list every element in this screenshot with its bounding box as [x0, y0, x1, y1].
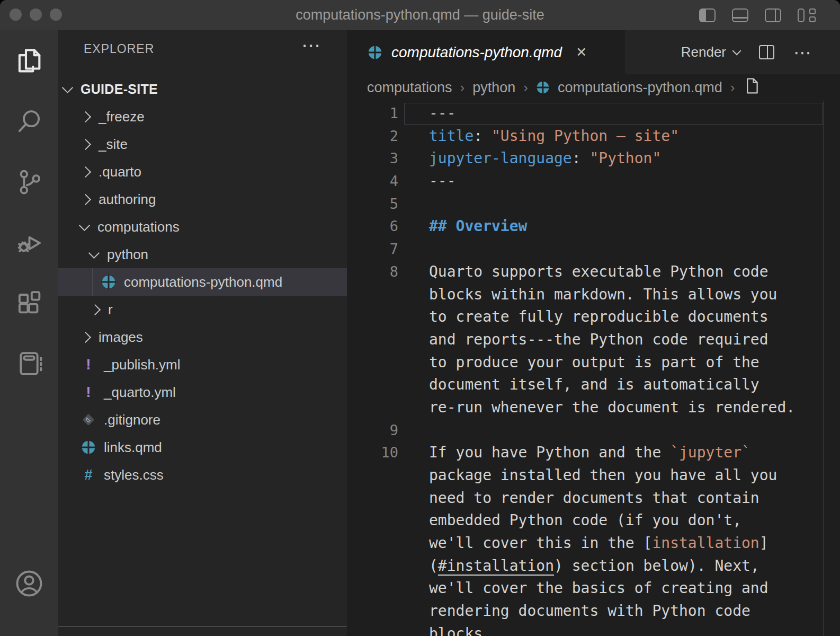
line-number [347, 532, 400, 555]
line-number: 3 [347, 147, 400, 170]
code-line-wrap[interactable]: we'll cover the basics of creating and [347, 577, 840, 600]
code-line-wrap[interactable]: re-run whenever the document is rendered… [347, 396, 840, 419]
code-token: to create fully reproducible documents [429, 308, 768, 325]
split-editor-icon[interactable] [759, 45, 774, 59]
breadcrumb-folder[interactable]: computations [367, 80, 452, 96]
code-line-10[interactable]: 10If you have Python and the `jupyter` [347, 441, 840, 464]
chevron-down-icon [732, 46, 741, 55]
tree-item-label: computations-python.qmd [124, 274, 282, 290]
code-line-content: we'll cover the basics of creating and [400, 577, 768, 600]
code-line-content: embedded Python code (if you don't, [400, 509, 741, 532]
run-and-debug-icon[interactable] [13, 226, 45, 258]
tree-item-links-qmd[interactable]: links.qmd [58, 434, 347, 461]
line-number [347, 487, 400, 510]
code-line-wrap[interactable]: we'll cover this in the [installation] [347, 532, 840, 555]
line-number: 6 [347, 215, 400, 238]
quarto-file-icon [101, 274, 117, 290]
line-number: 2 [347, 125, 400, 148]
account-icon[interactable] [0, 568, 58, 599]
tree-item--site[interactable]: _site [58, 130, 347, 158]
tree-item-label: images [99, 329, 143, 346]
tree-item-guide-site[interactable]: GUIDE-SITE [58, 75, 347, 103]
render-button[interactable]: Render [681, 44, 740, 60]
code-line-7[interactable]: 7 [347, 238, 840, 261]
title-bar: computations-python.qmd — guide-site [0, 0, 840, 30]
explorer-more-actions-icon[interactable]: ⋯ [301, 34, 321, 57]
code-token: If you have Python and the [429, 444, 670, 461]
explorer-icon[interactable] [13, 45, 45, 77]
code-line-6[interactable]: 6## Overview [347, 215, 840, 238]
source-control-icon[interactable] [13, 166, 45, 198]
outline-section[interactable]: OUTLINE [58, 626, 347, 636]
code-token: document itself, and is automatically [429, 376, 759, 393]
css-hash-icon: # [81, 467, 96, 483]
breadcrumb-folder[interactable]: python [472, 80, 515, 96]
code-token: blocks within markdown. This allows you [429, 286, 777, 303]
line-number [347, 351, 400, 374]
code-line-wrap[interactable]: to produce your output is part of the [347, 351, 840, 374]
code-line-wrap[interactable]: need to render documents that contain [347, 487, 840, 510]
toggle-primary-sidebar-icon[interactable] [699, 8, 716, 22]
code-line-content: rendering documents with Python code [400, 600, 750, 623]
line-number: 8 [347, 261, 400, 284]
code-line-2[interactable]: 2title: "Using Python — site" [347, 125, 840, 148]
code-line-4[interactable]: 4--- [347, 170, 840, 193]
tree-item--freeze[interactable]: _freeze [58, 103, 347, 130]
code-token: `jupyter` [670, 444, 750, 461]
close-tab-icon[interactable]: ✕ [576, 45, 587, 60]
code-line-wrap[interactable]: to create fully reproducible documents [347, 306, 840, 329]
code-line-wrap[interactable]: blocks within markdown. This allows you [347, 284, 840, 306]
code-token: Quarto supports executable Python code [429, 263, 768, 280]
editor-more-actions-icon[interactable]: ⋯ [793, 42, 812, 63]
tree-item-python[interactable]: python [58, 241, 347, 268]
explorer-sidebar: EXPLORER ⋯ GUIDE-SITE_freeze_site.quarto… [58, 30, 347, 636]
code-token: ## Overview [429, 217, 527, 235]
toggle-panel-icon[interactable] [732, 8, 748, 22]
chevron-down-icon [62, 82, 73, 93]
tree-item-images[interactable]: images [58, 323, 347, 351]
search-icon[interactable] [13, 105, 45, 137]
code-line-8[interactable]: 8Quarto supports executable Python code [347, 261, 840, 284]
tree-item-computations-python-qmd[interactable]: computations-python.qmd [58, 268, 347, 296]
tree-item-label: r [108, 302, 113, 318]
tab-label: computations-python.qmd [391, 44, 562, 61]
tree-item--quarto-yml[interactable]: ! _quarto.yml [58, 378, 347, 406]
tree-item-r[interactable]: r [58, 296, 347, 323]
tree-item-styles-css[interactable]: # styles.css [58, 461, 347, 489]
tree-item--gitignore[interactable]: .gitignore [58, 406, 347, 434]
code-editor[interactable]: 1---2title: "Using Python — site"3jupyte… [347, 101, 840, 636]
code-token: : [572, 149, 590, 167]
notebook-icon[interactable] [13, 347, 45, 379]
code-token: jupyter-language [429, 149, 572, 167]
code-line-wrap[interactable]: package installed then you have all you [347, 464, 840, 487]
tree-item-authoring[interactable]: authoring [58, 186, 347, 213]
extensions-icon[interactable] [13, 287, 45, 319]
code-line-wrap[interactable]: rendering documents with Python code [347, 600, 840, 623]
line-number [347, 577, 400, 600]
code-line-content: (#installation) section below). Next, [400, 555, 759, 578]
tree-item--publish-yml[interactable]: ! _publish.yml [58, 351, 347, 378]
tree-item-computations[interactable]: computations [58, 213, 347, 241]
quarto-file-icon [367, 45, 383, 60]
code-line-content: --- [400, 102, 456, 125]
code-line-wrap[interactable]: and reports---the Python code required [347, 329, 840, 351]
line-number: 5 [347, 193, 400, 216]
code-line-5[interactable]: 5 [347, 193, 840, 216]
breadcrumb-file[interactable]: computations-python.qmd [558, 80, 722, 96]
tree-item--quarto[interactable]: .quarto [58, 158, 347, 186]
code-line-1[interactable]: 1--- [347, 102, 840, 125]
code-line-wrap[interactable]: blocks. [347, 623, 840, 636]
customize-layout-icon[interactable] [798, 8, 816, 23]
code-line-wrap[interactable]: document itself, and is automatically [347, 374, 840, 396]
code-token: --- [429, 172, 456, 190]
code-line-content: to create fully reproducible documents [400, 306, 768, 329]
tree-item-label: _freeze [99, 109, 145, 125]
code-token: ) section below). Next, [554, 557, 759, 575]
code-line-wrap[interactable]: embedded Python code (if you don't, [347, 509, 840, 532]
tab-computations-python-qmd[interactable]: computations-python.qmd ✕ [347, 30, 625, 74]
code-line-9[interactable]: 9 [347, 419, 840, 442]
code-line-3[interactable]: 3jupyter-language: "Python" [347, 147, 840, 170]
line-number [347, 396, 400, 419]
code-line-wrap[interactable]: (#installation) section below). Next, [347, 555, 840, 578]
toggle-secondary-sidebar-icon[interactable] [765, 8, 781, 22]
